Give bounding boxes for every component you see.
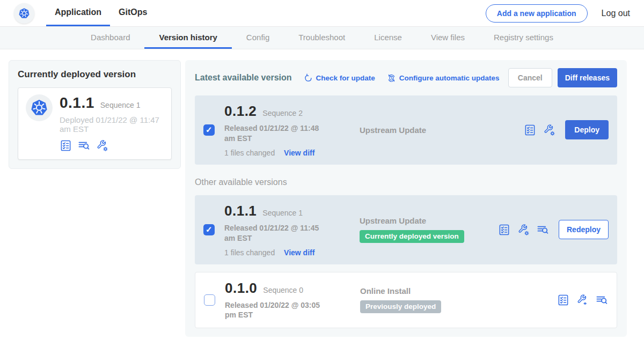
top-nav: Application GitOps Add a new application… [0, 0, 644, 27]
cancel-button[interactable]: Cancel [508, 68, 552, 87]
view-diff-icon[interactable] [596, 294, 608, 306]
currently-deployed-badge: Currently deployed version [360, 230, 464, 243]
source-label: Upstream Update [360, 125, 498, 135]
latest-version-title: Latest available version [195, 73, 292, 83]
tab-view-files[interactable]: View files [416, 27, 479, 49]
edit-config-icon[interactable] [96, 139, 108, 152]
sequence-label: Sequence 1 [262, 209, 303, 217]
other-versions-heading: Other available versions [195, 178, 617, 187]
version-number: 0.1.2 [224, 103, 257, 120]
deployed-icon-row [60, 139, 164, 152]
deployed-version-number: 0.1.1 [60, 94, 94, 112]
files-changed-line: 1 files changed View diff [224, 149, 332, 157]
add-application-button[interactable]: Add a new application [486, 4, 588, 23]
tab-troubleshoot[interactable]: Troubleshoot [284, 27, 360, 49]
tab-config[interactable]: Config [232, 27, 284, 49]
tab-registry-settings[interactable]: Registry settings [479, 27, 568, 49]
version-number: 0.1.1 [224, 203, 257, 219]
configure-automatic-updates-link[interactable]: Configure automatic updates [387, 73, 500, 83]
deploy-button[interactable]: Deploy [565, 120, 609, 139]
tab-version-history[interactable]: Version history [144, 27, 231, 49]
files-changed-label: 1 files changed [224, 248, 275, 257]
kubernetes-icon [16, 5, 32, 21]
previously-deployed-badge: Previously deployed [360, 300, 441, 313]
view-config-icon[interactable] [576, 294, 589, 306]
configure-updates-label: Configure automatic updates [399, 74, 500, 82]
files-changed-line: 1 files changed View diff [224, 248, 332, 257]
view-diff-icon[interactable] [78, 139, 90, 152]
view-diff-link[interactable]: View diff [284, 149, 314, 157]
logout-button[interactable]: Log out [602, 9, 630, 18]
currently-deployed-card: Currently deployed version 0.1.1 Sequenc… [9, 60, 181, 169]
version-row-0-1-2: 0.1.2 Sequence 2 Released 01/21/22 @ 11:… [195, 95, 617, 165]
version-checkbox[interactable] [204, 294, 215, 306]
currently-deployed-title: Currently deployed version [18, 69, 172, 80]
app-sub-nav: Dashboard Version history Config Trouble… [0, 27, 644, 49]
version-source-column: Upstream Update [360, 125, 498, 135]
deployed-sequence-label: Sequence 1 [100, 101, 141, 109]
preflight-checks-icon[interactable] [524, 124, 536, 136]
version-history-panel: Latest available version Check for updat… [185, 60, 627, 337]
version-row-0-1-0: 0.1.0 Sequence 0 Released 01/20/22 @ 03:… [195, 272, 617, 329]
version-source-column: Upstream Update Currently deployed versi… [360, 216, 498, 243]
row-gap [195, 264, 617, 272]
tab-gitops[interactable]: GitOps [110, 0, 156, 26]
sequence-label: Sequence 0 [263, 286, 303, 294]
version-info-column: 0.1.2 Sequence 2 Released 01/21/22 @ 11:… [224, 103, 332, 157]
check-for-update-label: Check for update [316, 74, 375, 82]
edit-config-icon[interactable] [543, 124, 555, 136]
version-actions: Deploy [524, 120, 609, 139]
deployed-version-info: 0.1.1 Sequence 1 Deployed 01/21/22 @ 11:… [60, 94, 164, 152]
released-timestamp: Released 01/21/22 @ 11:48 am EST [224, 123, 326, 144]
version-number: 0.1.0 [225, 280, 257, 297]
view-diff-link[interactable]: View diff [284, 248, 314, 257]
version-info-column: 0.1.0 Sequence 0 Released 01/20/22 @ 03:… [225, 280, 332, 321]
tab-dashboard[interactable]: Dashboard [76, 27, 144, 49]
app-icon-badge [26, 94, 53, 121]
redeploy-button[interactable]: Redeploy [559, 220, 609, 239]
kubernetes-logo [14, 3, 34, 24]
kubernetes-icon [27, 95, 52, 120]
deployed-timestamp: Deployed 01/21/22 @ 11:47 am EST [60, 115, 164, 134]
files-changed-label: 1 files changed [224, 149, 275, 157]
view-diff-icon[interactable] [537, 224, 549, 236]
latest-version-header: Latest available version Check for updat… [195, 68, 617, 87]
top-nav-tabs: Application GitOps [46, 0, 156, 26]
version-checkbox[interactable] [203, 124, 215, 136]
edit-config-icon[interactable] [517, 224, 530, 236]
sequence-label: Sequence 2 [262, 109, 303, 117]
preflight-checks-icon[interactable] [498, 224, 510, 236]
version-actions [557, 294, 608, 306]
source-label: Upstream Update [360, 216, 498, 225]
tab-license[interactable]: License [360, 27, 416, 49]
deployed-version-card: 0.1.1 Sequence 1 Deployed 01/21/22 @ 11:… [18, 87, 172, 160]
auto-update-clock-icon [387, 73, 396, 83]
diff-releases-button[interactable]: Diff releases [558, 68, 617, 87]
top-nav-spacer [156, 0, 485, 26]
released-timestamp: Released 01/21/22 @ 11:45 am EST [224, 223, 326, 243]
released-timestamp: Released 01/20/22 @ 03:05 pm EST [225, 300, 327, 321]
source-label: Online Install [360, 286, 499, 295]
version-checkbox[interactable] [203, 224, 215, 235]
refresh-icon [304, 73, 313, 83]
version-source-column: Online Install Previously deployed [360, 286, 499, 313]
version-row-0-1-1: 0.1.1 Sequence 1 Released 01/21/22 @ 11:… [195, 195, 617, 264]
tab-application[interactable]: Application [46, 0, 110, 26]
preflight-checks-icon[interactable] [60, 139, 72, 152]
version-actions: Redeploy [498, 220, 609, 239]
version-info-column: 0.1.1 Sequence 1 Released 01/21/22 @ 11:… [224, 203, 332, 257]
main-content: Currently deployed version 0.1.1 Sequenc… [0, 49, 644, 337]
check-for-update-link[interactable]: Check for update [304, 73, 375, 83]
preflight-checks-icon[interactable] [557, 294, 569, 306]
